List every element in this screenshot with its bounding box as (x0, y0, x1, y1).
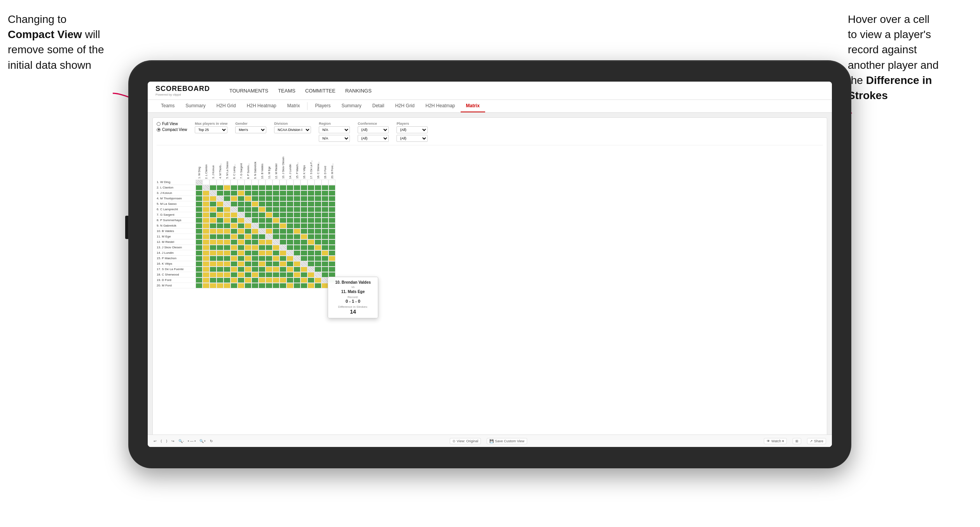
cell-1-12[interactable] (273, 180, 280, 185)
cell-19-16[interactable] (300, 277, 307, 283)
cell-13-16[interactable] (300, 245, 307, 250)
cell-6-12[interactable] (273, 207, 280, 212)
cell-11-5[interactable] (224, 234, 231, 239)
cell-20-12[interactable] (273, 283, 280, 288)
cell-16-4[interactable] (217, 261, 224, 267)
cell-6-2[interactable] (203, 207, 210, 212)
cell-2-16[interactable] (300, 185, 307, 190)
region-select2[interactable]: N/A (319, 135, 350, 142)
cell-15-14[interactable] (286, 256, 293, 261)
cell-12-10[interactable] (259, 239, 266, 245)
cell-6-3[interactable] (210, 207, 217, 212)
cell-13-3[interactable] (210, 245, 217, 250)
cell-5-13[interactable] (280, 201, 286, 207)
cell-10-18[interactable] (314, 229, 321, 234)
cell-8-4[interactable] (217, 218, 224, 223)
cell-13-18[interactable] (314, 245, 321, 250)
cell-5-8[interactable] (245, 201, 252, 207)
cell-20-16[interactable] (300, 283, 307, 288)
cell-13-8[interactable] (245, 245, 252, 250)
cell-8-14[interactable] (286, 218, 293, 223)
cell-17-7[interactable] (238, 267, 245, 272)
share-btn[interactable]: ↗ Share (807, 438, 826, 443)
cell-19-5[interactable] (224, 277, 231, 283)
cell-16-13[interactable] (280, 261, 286, 267)
cell-6-17[interactable] (307, 207, 314, 212)
cell-3-5[interactable] (224, 190, 231, 196)
cell-15-2[interactable] (203, 256, 210, 261)
cell-14-9[interactable] (252, 250, 259, 256)
cell-10-8[interactable] (245, 229, 252, 234)
cell-15-19[interactable] (321, 256, 328, 261)
cell-10-9[interactable] (252, 229, 259, 234)
cell-9-11[interactable] (266, 223, 273, 229)
cell-11-9[interactable] (252, 234, 259, 239)
cell-8-8[interactable] (245, 218, 252, 223)
cell-4-16[interactable] (300, 196, 307, 201)
nav-committee[interactable]: COMMITTEE (305, 86, 335, 95)
players-select2[interactable]: (All) (397, 135, 428, 142)
cell-17-2[interactable] (203, 267, 210, 272)
cell-14-15[interactable] (293, 250, 300, 256)
cell-3-4[interactable] (217, 190, 224, 196)
cell-12-14[interactable] (286, 239, 293, 245)
cell-8-5[interactable] (224, 218, 231, 223)
cell-10-19[interactable] (321, 229, 328, 234)
redo-icon[interactable]: ↪ (171, 439, 175, 443)
refresh-icon[interactable]: ↻ (210, 439, 213, 443)
cell-19-9[interactable] (252, 277, 259, 283)
cell-2-7[interactable] (238, 185, 245, 190)
cell-18-13[interactable] (280, 272, 286, 277)
cell-9-6[interactable] (231, 223, 238, 229)
cell-20-2[interactable] (203, 283, 210, 288)
cell-10-2[interactable] (203, 229, 210, 234)
cell-11-3[interactable] (210, 234, 217, 239)
cell-16-11[interactable] (266, 261, 273, 267)
cell-17-17[interactable] (307, 267, 314, 272)
cell-18-18[interactable] (314, 272, 321, 277)
cell-17-9[interactable] (252, 267, 259, 272)
cell-20-9[interactable] (252, 283, 259, 288)
cell-14-14[interactable] (286, 250, 293, 256)
tab-players[interactable]: Players (309, 100, 336, 112)
max-players-select[interactable]: Top 25 (195, 126, 227, 133)
cell-12-15[interactable] (293, 239, 300, 245)
cell-12-4[interactable] (217, 239, 224, 245)
cell-8-17[interactable] (307, 218, 314, 223)
cell-12-6[interactable] (231, 239, 238, 245)
cell-16-6[interactable] (231, 261, 238, 267)
cell-1-3[interactable] (210, 180, 217, 185)
cell-7-16[interactable] (300, 212, 307, 218)
cell-3-14[interactable] (286, 190, 293, 196)
cell-5-14[interactable] (286, 201, 293, 207)
cell-16-7[interactable] (238, 261, 245, 267)
cell-16-10[interactable] (259, 261, 266, 267)
cell-3-15[interactable] (293, 190, 300, 196)
cell-1-20[interactable] (328, 180, 335, 185)
cell-6-13[interactable] (280, 207, 286, 212)
cell-20-6[interactable] (231, 283, 238, 288)
cell-9-19[interactable] (321, 223, 328, 229)
cell-5-10[interactable] (259, 201, 266, 207)
cell-8-19[interactable] (321, 218, 328, 223)
cell-10-10[interactable] (259, 229, 266, 234)
cell-2-15[interactable] (293, 185, 300, 190)
cell-16-3[interactable] (210, 261, 217, 267)
cell-15-7[interactable] (238, 256, 245, 261)
cell-13-19[interactable] (321, 245, 328, 250)
cell-18-7[interactable] (238, 272, 245, 277)
cell-7-15[interactable] (293, 212, 300, 218)
cell-16-2[interactable] (203, 261, 210, 267)
cell-3-19[interactable] (321, 190, 328, 196)
cell-12-2[interactable] (203, 239, 210, 245)
cell-12-3[interactable] (210, 239, 217, 245)
cell-6-15[interactable] (293, 207, 300, 212)
cell-16-14[interactable] (286, 261, 293, 267)
cell-7-13[interactable] (280, 212, 286, 218)
cell-13-4[interactable] (217, 245, 224, 250)
cell-20-4[interactable] (217, 283, 224, 288)
cell-13-13[interactable] (280, 245, 286, 250)
cell-19-12[interactable] (273, 277, 280, 283)
cell-16-19[interactable] (321, 261, 328, 267)
cell-17-8[interactable] (245, 267, 252, 272)
